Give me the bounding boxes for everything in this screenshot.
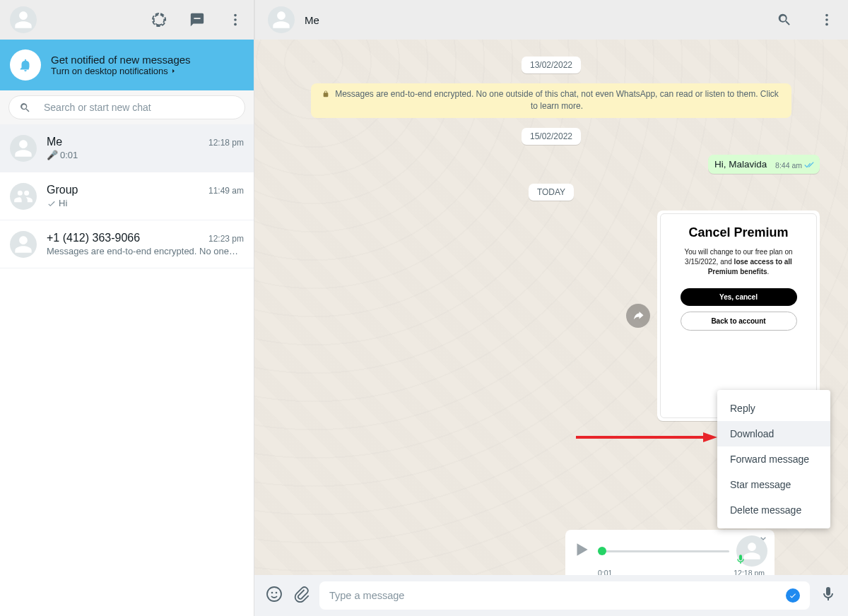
chat-preview: Hi: [47, 198, 244, 208]
lock-icon: [322, 90, 329, 98]
check-icon: [47, 199, 57, 208]
avatar: [10, 231, 37, 258]
svg-point-5: [825, 23, 828, 26]
my-avatar[interactable]: [10, 6, 37, 33]
chat-header: Me: [254, 0, 848, 40]
chat-preview: 🎤 0:01: [47, 150, 244, 160]
contact-name[interactable]: Me: [305, 14, 319, 26]
composer-input[interactable]: [329, 590, 786, 601]
chat-menu-icon[interactable]: [818, 11, 835, 28]
sidebar-header: [0, 0, 254, 40]
emoji-icon[interactable]: [266, 586, 283, 605]
double-check-icon: [804, 161, 814, 169]
notification-banner[interactable]: Get notified of new messages Turn on des…: [0, 40, 254, 90]
chat-time: 12:23 pm: [208, 234, 244, 244]
ctx-reply[interactable]: Reply: [717, 396, 830, 421]
new-chat-icon[interactable]: [189, 11, 206, 28]
notification-subtitle: Turn on desktop notifications: [51, 66, 191, 76]
message-time: 8:44 am: [775, 161, 802, 170]
message-text: Hi, Malavida: [714, 159, 767, 170]
date-divider: 13/02/2022: [522, 57, 581, 73]
message-bubble[interactable]: Hi, Malavida 8:44 am: [708, 155, 820, 174]
image-card-back-button: Back to account: [681, 312, 797, 331]
svg-marker-7: [703, 432, 717, 442]
menu-icon[interactable]: [227, 11, 244, 28]
chat-name: Group: [47, 184, 78, 196]
chat-preview: Messages are end-to-end encrypted. No on…: [47, 246, 244, 256]
chat-time: 12:18 pm: [208, 138, 244, 148]
chat-name: Me: [47, 136, 62, 148]
image-card-yes-button: Yes, cancel: [681, 288, 797, 306]
svg-point-0: [234, 14, 237, 17]
search-box[interactable]: [8, 95, 245, 119]
main-chat: Me 13/02/2022 Messages are end-to-end en…: [254, 0, 848, 616]
search-in-chat-icon[interactable]: [776, 11, 793, 28]
ctx-download[interactable]: Download: [717, 421, 830, 446]
voice-progress[interactable]: [598, 544, 729, 558]
annotation-arrow: [576, 430, 717, 444]
composer-input-wrap[interactable]: [319, 581, 810, 610]
verified-badge-icon: [786, 588, 800, 603]
avatar: [10, 183, 37, 210]
composer: [254, 575, 848, 616]
svg-point-2: [234, 23, 237, 26]
mic-button[interactable]: [820, 586, 837, 605]
bell-off-icon: [10, 49, 41, 81]
svg-point-8: [267, 587, 281, 601]
image-card-text: You will change to our free plan on 3/15…: [669, 247, 808, 277]
date-divider: TODAY: [529, 184, 574, 201]
svg-point-10: [276, 592, 278, 594]
forward-button[interactable]: [626, 304, 650, 328]
svg-point-4: [825, 18, 828, 21]
chat-name: +1 (412) 363-9066: [47, 232, 140, 244]
avatar: [10, 135, 37, 162]
play-button[interactable]: [572, 540, 591, 562]
chevron-right-icon: [170, 67, 177, 75]
sidebar: Get notified of new messages Turn on des…: [0, 0, 254, 616]
encryption-notice[interactable]: Messages are end-to-end encrypted. No on…: [311, 83, 791, 118]
search-icon: [19, 102, 31, 114]
context-menu: Reply Download Forward message Star mess…: [717, 390, 830, 528]
ctx-star[interactable]: Star message: [717, 472, 830, 497]
attach-icon[interactable]: [293, 586, 310, 605]
svg-point-9: [271, 592, 273, 594]
chat-list: Me 12:18 pm 🎤 0:01 Group 11:49 am: [0, 124, 254, 616]
ctx-delete[interactable]: Delete message: [717, 497, 830, 523]
mic-icon: [735, 554, 746, 568]
search-row: [0, 90, 254, 124]
search-input[interactable]: [44, 102, 235, 113]
date-divider: 15/02/2022: [522, 128, 581, 145]
voice-avatar: [736, 535, 767, 567]
voice-message[interactable]: 0:01 12:18 pm: [565, 530, 775, 581]
mic-icon: 🎤: [47, 150, 58, 160]
chat-item-phone[interactable]: +1 (412) 363-9066 12:23 pm Messages are …: [0, 220, 254, 268]
notification-title: Get notified of new messages: [51, 54, 191, 66]
svg-point-1: [234, 18, 237, 21]
image-card-title: Cancel Premium: [669, 225, 808, 240]
contact-avatar[interactable]: [268, 6, 295, 33]
chat-time: 11:49 am: [208, 186, 244, 196]
message-row: Hi, Malavida 8:44 am: [283, 155, 820, 174]
svg-point-3: [825, 14, 828, 17]
chat-item-me[interactable]: Me 12:18 pm 🎤 0:01: [0, 124, 254, 172]
chat-item-group[interactable]: Group 11:49 am Hi: [0, 172, 254, 220]
ctx-forward[interactable]: Forward message: [717, 446, 830, 472]
status-icon[interactable]: [151, 11, 167, 28]
